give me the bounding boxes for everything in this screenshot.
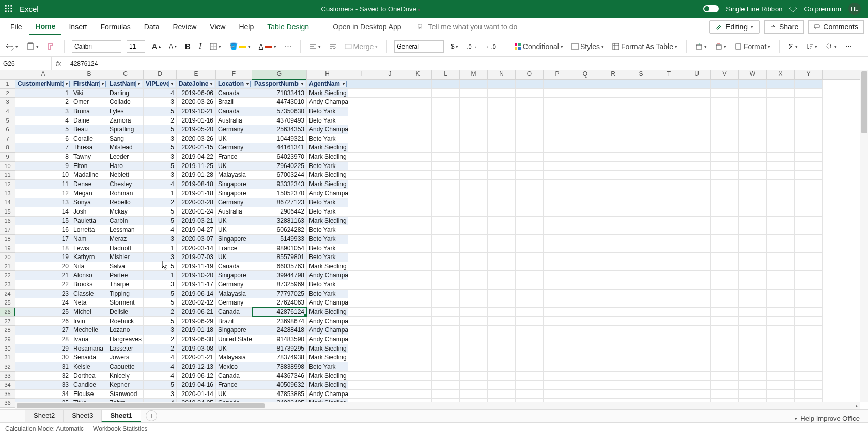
cell[interactable] xyxy=(627,344,655,354)
cell[interactable]: Mark Siedling xyxy=(307,180,348,189)
cell[interactable] xyxy=(571,134,599,144)
cell[interactable]: Mark Siedling xyxy=(307,353,348,362)
cell[interactable] xyxy=(376,89,404,98)
cell[interactable]: Tawny xyxy=(71,153,107,162)
cell[interactable] xyxy=(544,244,571,253)
cell[interactable] xyxy=(348,308,376,317)
cell[interactable]: Caouette xyxy=(107,362,144,372)
cell[interactable]: Beto Yark xyxy=(307,162,348,171)
cell[interactable] xyxy=(571,107,599,116)
delete-cells-button[interactable]: ▾ xyxy=(714,42,728,51)
cell[interactable] xyxy=(488,116,516,126)
cell[interactable] xyxy=(655,317,683,326)
cell[interactable]: 4 xyxy=(144,372,177,381)
single-line-toggle[interactable] xyxy=(703,5,719,12)
cell[interactable]: 3 xyxy=(144,235,177,244)
cell[interactable]: 34 xyxy=(16,390,71,399)
cell[interactable] xyxy=(711,180,739,189)
cell[interactable] xyxy=(655,244,683,253)
col-header-A[interactable]: A xyxy=(16,70,71,79)
cell[interactable] xyxy=(739,225,767,235)
cell[interactable]: Mark Siedling xyxy=(307,171,348,180)
cell[interactable] xyxy=(795,80,823,89)
cell[interactable] xyxy=(460,362,488,372)
filter-arrow-icon[interactable]: ▾ xyxy=(99,81,106,87)
cell[interactable]: 2019-06-06 xyxy=(177,89,216,98)
row-header[interactable]: 1 xyxy=(0,80,16,89)
cell[interactable] xyxy=(683,134,711,144)
cell[interactable] xyxy=(767,107,795,116)
cell[interactable] xyxy=(739,280,767,290)
col-header-Y[interactable]: Y xyxy=(795,70,823,79)
cell[interactable] xyxy=(683,153,711,162)
cell[interactable] xyxy=(488,298,516,308)
cell[interactable] xyxy=(767,308,795,317)
cell[interactable]: Leeder xyxy=(107,153,144,162)
col-header-R[interactable]: R xyxy=(599,70,627,79)
cell[interactable] xyxy=(376,134,404,144)
cell[interactable] xyxy=(627,198,655,207)
cell[interactable] xyxy=(544,335,571,344)
cell[interactable]: Roebuck xyxy=(107,317,144,326)
cell[interactable] xyxy=(683,298,711,308)
cell[interactable] xyxy=(432,381,460,390)
cell[interactable] xyxy=(599,162,627,171)
cell[interactable]: 2019-04-22 xyxy=(177,153,216,162)
cell[interactable] xyxy=(488,326,516,335)
cell[interactable] xyxy=(739,335,767,344)
cell[interactable]: Senaida xyxy=(71,353,107,362)
cell[interactable] xyxy=(711,98,739,107)
cell[interactable]: Neta xyxy=(71,298,107,308)
cell[interactable] xyxy=(376,308,404,317)
cell[interactable]: France xyxy=(216,381,252,390)
cell[interactable] xyxy=(655,362,683,372)
cell[interactable] xyxy=(432,153,460,162)
cell[interactable] xyxy=(711,171,739,180)
cell[interactable]: France xyxy=(216,153,252,162)
col-header-U[interactable]: U xyxy=(683,70,711,79)
cell[interactable]: Partee xyxy=(107,271,144,280)
cell[interactable] xyxy=(599,225,627,235)
cell[interactable] xyxy=(460,225,488,235)
cell[interactable] xyxy=(544,125,571,134)
cell[interactable] xyxy=(627,326,655,335)
cell[interactable]: Candice xyxy=(71,381,107,390)
tab-formulas[interactable]: Formulas xyxy=(94,20,136,34)
cell[interactable] xyxy=(627,80,655,89)
row-header[interactable]: 33 xyxy=(0,372,16,381)
cell[interactable]: Nita xyxy=(71,262,107,271)
sheet-tab[interactable]: Sheet1 xyxy=(101,409,141,422)
cell[interactable] xyxy=(683,89,711,98)
cell[interactable]: 5 xyxy=(144,207,177,217)
go-premium-button[interactable]: Go premium xyxy=(804,5,841,13)
cell[interactable] xyxy=(488,290,516,299)
cell[interactable] xyxy=(348,253,376,262)
cell[interactable] xyxy=(516,235,544,244)
cell[interactable] xyxy=(627,189,655,199)
cell[interactable] xyxy=(571,80,599,89)
cell[interactable] xyxy=(404,171,432,180)
cell[interactable] xyxy=(544,171,571,180)
cell[interactable] xyxy=(599,125,627,134)
cell[interactable] xyxy=(655,308,683,317)
cell[interactable]: Lewis xyxy=(71,244,107,253)
cell[interactable] xyxy=(348,171,376,180)
cell[interactable]: 5 xyxy=(144,162,177,171)
cell[interactable] xyxy=(432,235,460,244)
cell[interactable] xyxy=(516,335,544,344)
cell[interactable] xyxy=(404,180,432,189)
cell[interactable]: 32 xyxy=(16,372,71,381)
col-header-H[interactable]: H xyxy=(307,70,348,79)
cell[interactable] xyxy=(767,280,795,290)
cell[interactable] xyxy=(739,134,767,144)
cell[interactable]: Beau xyxy=(71,125,107,134)
cell[interactable]: Hargreaves xyxy=(107,335,144,344)
cell[interactable] xyxy=(460,189,488,199)
cell[interactable]: 2019-10-20 xyxy=(177,271,216,280)
cell[interactable]: 5 xyxy=(144,290,177,299)
cell[interactable]: 44367346 xyxy=(252,372,307,381)
cell[interactable]: Andy Champan xyxy=(307,98,348,107)
cell[interactable]: Canada xyxy=(216,107,252,116)
cell[interactable]: 4 xyxy=(144,353,177,362)
cell[interactable] xyxy=(767,207,795,217)
